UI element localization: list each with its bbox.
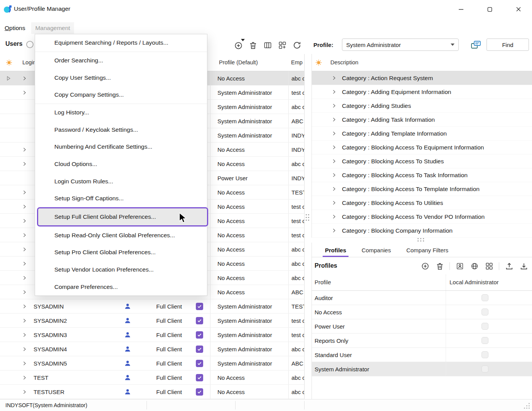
- user-row[interactable]: SYSADMIN3 Full Client System Administrat…: [0, 328, 304, 342]
- category-row[interactable]: Category : Adding Template Information: [312, 127, 532, 141]
- user-row[interactable]: SYSADMIN2 Full Client System Administrat…: [0, 314, 304, 328]
- column-header-description[interactable]: Description: [330, 59, 359, 65]
- chevron-right-icon[interactable]: [22, 289, 27, 295]
- menu-item[interactable]: Setup Read-Only Client Global Preference…: [35, 226, 207, 244]
- find-button[interactable]: Find: [487, 39, 529, 51]
- chevron-right-icon[interactable]: [331, 131, 337, 136]
- profile-badge-button[interactable]: [455, 261, 465, 271]
- globe-button[interactable]: [470, 261, 479, 271]
- active-checkbox[interactable]: [196, 317, 203, 324]
- local-administrator-checkbox[interactable]: [481, 337, 488, 344]
- chevron-right-icon[interactable]: [22, 304, 27, 309]
- menu-item[interactable]: Setup Sign-Off Captions...: [35, 190, 207, 207]
- active-checkbox[interactable]: [196, 374, 203, 381]
- add-profile-button[interactable]: [420, 261, 430, 271]
- category-row[interactable]: Category : Blocking Access To Template I…: [312, 182, 532, 196]
- chevron-right-icon[interactable]: [22, 75, 27, 81]
- chevron-right-icon[interactable]: [22, 318, 27, 324]
- chevron-right-icon[interactable]: [22, 147, 27, 153]
- user-row[interactable]: TEST Full Client No Access abc c: [0, 371, 304, 385]
- active-checkbox[interactable]: [196, 388, 203, 396]
- category-row[interactable]: Category : Blocking Company Information: [312, 224, 532, 238]
- chevron-right-icon[interactable]: [22, 389, 27, 395]
- vertical-splitter-handle[interactable]: [306, 214, 307, 215]
- local-administrator-checkbox[interactable]: [481, 366, 488, 372]
- menu-management[interactable]: Management: [31, 22, 74, 34]
- add-user-button[interactable]: [234, 40, 243, 50]
- chevron-right-icon[interactable]: [331, 117, 337, 122]
- chevron-right-icon[interactable]: [22, 190, 27, 195]
- delete-profile-button[interactable]: [435, 261, 444, 271]
- column-header-emp[interactable]: Emp: [291, 59, 304, 65]
- category-row[interactable]: Category : Blocking Access To Equipment …: [312, 141, 532, 154]
- sun-icon[interactable]: [5, 59, 13, 66]
- delete-user-button[interactable]: [248, 40, 258, 50]
- chevron-right-icon[interactable]: [331, 172, 337, 178]
- category-row[interactable]: Category : Adding Studies: [312, 99, 532, 113]
- menu-item[interactable]: Setup Vendor Location Preferences...: [35, 261, 207, 278]
- panel-tab[interactable]: Company Filters: [404, 247, 451, 257]
- profile-select[interactable]: System Administrator: [342, 39, 459, 51]
- expand-triangle-icon[interactable]: [5, 75, 11, 81]
- column-layout-button[interactable]: [263, 40, 273, 50]
- user-row[interactable]: SYSADMIN Full Client System Administrato…: [0, 299, 304, 314]
- menu-item[interactable]: Password / Keycloak Settings...: [35, 121, 207, 138]
- chevron-right-icon[interactable]: [22, 361, 27, 366]
- category-row[interactable]: Category : Blocking Access To Vendor PO …: [312, 210, 532, 224]
- profile-cards-icon[interactable]: [471, 40, 481, 50]
- panel-tab[interactable]: Profiles: [323, 247, 348, 257]
- chevron-right-icon[interactable]: [331, 228, 337, 233]
- profile-row[interactable]: System Administrator: [312, 362, 532, 376]
- chevron-right-icon[interactable]: [22, 247, 27, 252]
- user-row[interactable]: TESTUSER Full Client No Access abc c: [0, 385, 304, 399]
- refresh-button[interactable]: [292, 40, 302, 50]
- panel-tab[interactable]: Companies: [359, 247, 393, 257]
- menu-item[interactable]: Setup Full Client Global Preferences...: [37, 207, 208, 227]
- chevron-right-icon[interactable]: [331, 186, 337, 192]
- grid-edit-button[interactable]: [278, 40, 287, 50]
- chevron-right-icon[interactable]: [22, 275, 27, 281]
- local-administrator-checkbox[interactable]: [481, 323, 488, 330]
- category-row[interactable]: Category : Blocking Access To Task Infor…: [312, 168, 532, 182]
- menu-item[interactable]: Equipment Searching / Reports / Layouts.…: [35, 34, 207, 52]
- sun-icon[interactable]: [315, 59, 322, 66]
- chevron-right-icon[interactable]: [22, 232, 27, 238]
- local-administrator-checkbox[interactable]: [481, 309, 488, 315]
- chevron-right-icon[interactable]: [331, 214, 337, 220]
- profile-row[interactable]: Auditor: [312, 291, 532, 305]
- menu-item[interactable]: Compare Preferences...: [35, 278, 207, 295]
- export-button[interactable]: [504, 261, 514, 271]
- category-row[interactable]: Category : Action Request System: [312, 71, 532, 85]
- profile-row[interactable]: Power User: [312, 319, 532, 334]
- chevron-right-icon[interactable]: [331, 200, 337, 206]
- import-button[interactable]: [519, 261, 529, 271]
- category-row[interactable]: Category : Blocking Access To Utilities: [312, 196, 532, 210]
- menu-item[interactable]: Copy Company Settings...: [35, 86, 207, 104]
- chevron-right-icon[interactable]: [22, 161, 27, 167]
- chevron-right-icon[interactable]: [331, 89, 337, 95]
- category-row[interactable]: Category : Adding Task Information: [312, 113, 532, 127]
- menu-item[interactable]: Order Searching...: [35, 52, 207, 69]
- profile-row[interactable]: Reports Only: [312, 334, 532, 348]
- horizontal-splitter-handle[interactable]: [418, 238, 419, 239]
- chevron-right-icon[interactable]: [331, 103, 337, 109]
- chevron-right-icon[interactable]: [22, 218, 27, 224]
- chevron-right-icon[interactable]: [22, 261, 27, 267]
- chevron-right-icon[interactable]: [22, 332, 27, 338]
- menu-item[interactable]: Cloud Options...: [35, 156, 207, 173]
- chevron-right-icon[interactable]: [22, 90, 27, 96]
- category-row[interactable]: Category : Adding Equipment Information: [312, 85, 532, 99]
- chevron-right-icon[interactable]: [331, 75, 337, 81]
- profile-row[interactable]: Standard User: [312, 348, 532, 362]
- chevron-right-icon[interactable]: [22, 346, 27, 352]
- close-button[interactable]: [510, 3, 527, 15]
- column-header-profile[interactable]: Profile: [315, 279, 331, 285]
- active-checkbox[interactable]: [196, 360, 203, 367]
- chevron-right-icon[interactable]: [22, 375, 27, 381]
- menu-options[interactable]: Options: [1, 22, 29, 34]
- maximize-button[interactable]: [481, 3, 498, 15]
- menu-item[interactable]: Login Custom Rules...: [35, 173, 207, 190]
- local-administrator-checkbox[interactable]: [481, 351, 488, 358]
- category-row[interactable]: Category : Blocking Access To Studies: [312, 154, 532, 168]
- menu-item[interactable]: Copy User Settings...: [35, 69, 207, 86]
